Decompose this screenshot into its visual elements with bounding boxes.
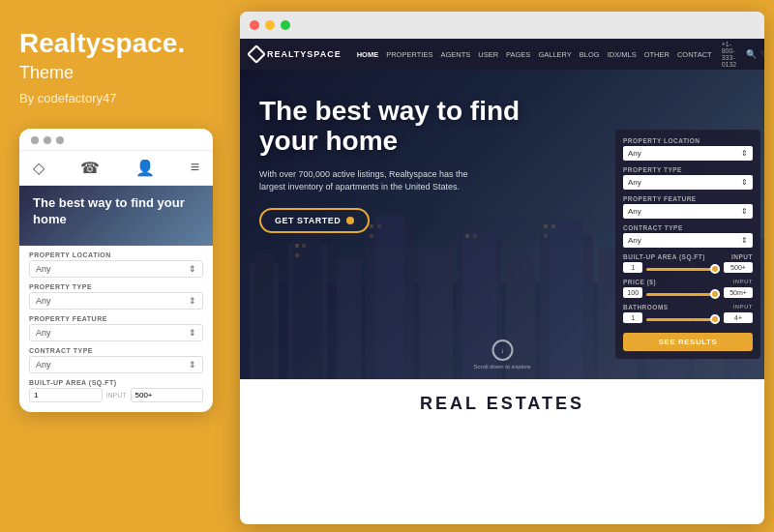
filter-price-max[interactable]: 50m+ [724,287,753,298]
filter-location-select[interactable]: Any ⇕ [623,146,753,161]
mobile-preview-card: ◇ ☎ 👤 ≡ The best way to find your home P… [19,129,213,412]
svg-rect-25 [465,234,469,238]
nav-icons: 🔍 ♡ 👤 [746,49,764,59]
nav-idx[interactable]: IDX/MLS [608,50,637,59]
mobile-select-4[interactable]: Any ⇕ [29,356,203,373]
filter-panel: PROPERTY LOCATION Any ⇕ PROPERTY TYPE An… [615,130,760,359]
left-panel: Realtyspace. Theme By codefactory47 ◇ ☎ … [0,0,232,532]
filter-bath-slider[interactable] [646,318,720,321]
filter-feature-label: PROPERTY FEATURE [623,195,753,202]
svg-rect-7 [375,215,404,379]
filter-location-row: PROPERTY LOCATION Any ⇕ [623,137,753,161]
svg-rect-21 [295,253,299,257]
hero-section: The best way to find your home With over… [240,70,764,379]
filter-price-slider[interactable] [646,293,720,296]
filter-price-thumb[interactable] [710,289,720,299]
mobile-hero: The best way to find your home [19,186,213,246]
mobile-field-label-2: PROPERTY TYPE [29,283,203,290]
hero-cta-dot [346,217,354,224]
filter-bath-label: BATHROOMS INPUT [623,304,753,310]
mobile-built-max-label: INPUT [106,392,127,399]
nav-blog[interactable]: BLOG [580,50,600,59]
dot-3 [56,136,64,144]
scroll-text: Scroll down to explore [473,364,530,369]
nav-phone: +1-800-333-0132 [722,41,737,68]
see-results-button[interactable]: SEE RESULTS [623,333,753,351]
svg-rect-8 [419,249,453,379]
filter-bath-thumb[interactable] [710,314,720,324]
filter-contract-select[interactable]: Any ⇕ [623,233,753,248]
filter-feature-select[interactable]: Any ⇕ [623,204,753,219]
filter-price-label: PRICE ($) INPUT [623,279,753,285]
mobile-select-2[interactable]: Any ⇕ [29,292,203,310]
mobile-field-label-1: PROPERTY LOCATION [29,251,203,258]
nav-properties[interactable]: PROPERTIES [386,50,432,59]
nav-user[interactable]: USER [478,50,498,59]
mobile-built-label: BUILT-UP AREA (SQ.FT) [29,379,203,386]
mobile-select-1[interactable]: Any ⇕ [29,260,203,278]
theme-author: By codefactory47 [19,91,213,105]
filter-type-select[interactable]: Any ⇕ [623,175,753,190]
filter-bath-range: 1 4+ [623,312,753,323]
dot-2 [44,136,51,144]
svg-rect-13 [550,220,583,379]
mobile-field-label-4: CONTRACT TYPE [29,347,203,354]
browser-dot-yellow[interactable] [265,20,275,30]
nav-items: HOME PROPERTIES AGENTS USER PAGES GALLER… [357,50,712,59]
browser-window: REALTYSPACE HOME PROPERTIES AGENTS USER … [240,12,764,524]
dot-1 [31,136,39,144]
hero-description: With over 700,000 active listings, Realt… [259,168,491,194]
filter-built-row: BUILT-UP AREA (SQ.FT) INPUT 1 500+ [623,253,753,273]
svg-rect-2 [254,253,274,379]
browser-dot-green[interactable] [281,20,290,30]
nav-pages[interactable]: PAGES [506,50,530,59]
hero-cta-button[interactable]: GET STARTED [259,208,370,233]
mobile-logo-icon: ◇ [33,159,45,177]
filter-bath-max[interactable]: 4+ [724,312,753,323]
svg-rect-24 [370,234,373,238]
theme-title: Realtyspace. [19,29,213,59]
filter-price-min[interactable]: 100 [623,287,642,298]
filter-built-slider[interactable] [646,268,720,271]
bottom-title: REAL ESTATES [420,394,584,414]
filter-contract-label: CONTRACT TYPE [623,224,753,231]
filter-type-label: PROPERTY TYPE [623,166,753,173]
site-nav: REALTYSPACE HOME PROPERTIES AGENTS USER … [240,39,764,70]
logo-text: REALTYSPACE [267,49,342,59]
nav-home[interactable]: HOME [357,50,379,59]
nav-other[interactable]: OTHER [644,50,670,59]
filter-built-max[interactable]: 500+ [724,262,753,273]
nav-search-icon[interactable]: 🔍 [746,49,757,59]
browser-dot-red[interactable] [250,20,259,30]
mobile-built-max[interactable]: 500+ [131,388,204,402]
mobile-form: PROPERTY LOCATION Any ⇕ PROPERTY TYPE An… [19,251,213,402]
hero-title: The best way to find your home [259,97,571,157]
filter-bath-row: BATHROOMS INPUT 1 4+ [623,304,753,323]
nav-gallery[interactable]: GALLERY [538,50,571,59]
logo-diamond-icon [247,44,266,64]
filter-bath-min[interactable]: 1 [623,312,642,323]
filter-location-label: PROPERTY LOCATION [623,137,753,144]
nav-heart-icon[interactable]: ♡ [760,49,764,59]
mobile-phone-icon: ☎ [80,159,100,177]
mobile-menu-icon: ≡ [191,159,199,176]
mobile-topbar [19,129,213,150]
filter-built-range: 1 500+ [623,262,753,273]
mobile-built-row: 1 INPUT 500+ [29,388,203,402]
svg-rect-19 [295,244,299,248]
svg-rect-26 [473,234,477,238]
filter-contract-row: CONTRACT TYPE Any ⇕ [623,224,753,248]
nav-agents[interactable]: AGENTS [440,50,470,59]
filter-type-row: PROPERTY TYPE Any ⇕ [623,166,753,190]
svg-rect-29 [544,234,548,238]
mobile-select-3[interactable]: Any ⇕ [29,324,203,341]
nav-contact[interactable]: CONTACT [677,50,712,59]
mobile-user-icon: 👤 [135,159,155,177]
mobile-built-min[interactable]: 1 [29,388,103,402]
filter-built-min[interactable]: 1 [623,262,642,273]
filter-built-thumb[interactable] [710,264,720,274]
scroll-arrow-icon: ↓ [500,346,504,355]
svg-rect-5 [337,258,361,379]
mobile-hero-title: The best way to find your home [33,195,199,228]
filter-built-label: BUILT-UP AREA (SQ.FT) INPUT [623,253,753,260]
